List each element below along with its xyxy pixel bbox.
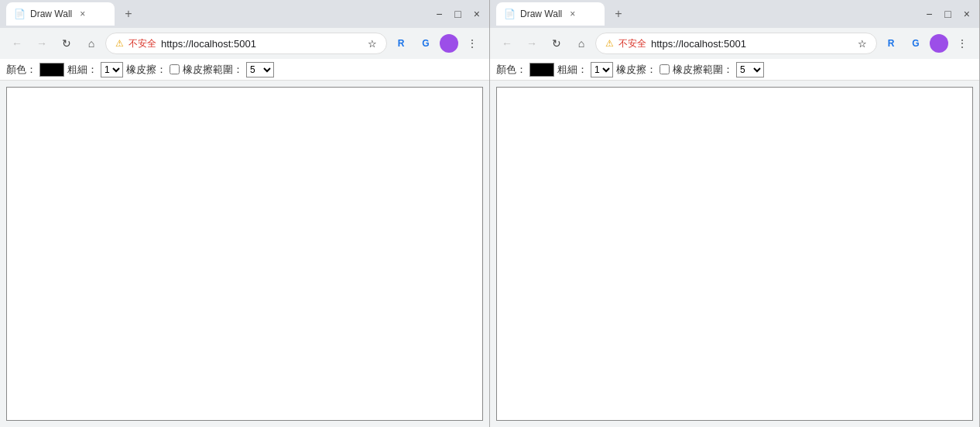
eraser-label-left: 橡皮擦：	[126, 63, 166, 77]
security-icon-left: ⚠	[115, 38, 124, 49]
address-bar-left: ← → ↻ ⌂ ⚠ 不安全 https://localhost:5001 ☆ R…	[0, 28, 489, 59]
eraser-checkbox-right[interactable]	[660, 64, 670, 74]
close-button-right[interactable]: ×	[964, 8, 970, 20]
home-button-right[interactable]: ⌂	[571, 33, 592, 54]
avatar-left[interactable]	[440, 34, 458, 53]
home-button-left[interactable]: ⌂	[81, 33, 102, 54]
thickness-label-right: 粗細：	[557, 63, 588, 77]
maximize-button-left[interactable]: □	[454, 8, 461, 20]
extension-g-right[interactable]: G	[905, 33, 927, 54]
eraser-range-select-right[interactable]: 5 10 15 20 25	[736, 62, 764, 77]
back-button-left[interactable]: ←	[6, 33, 28, 54]
tab-icon-left: 📄	[14, 9, 26, 19]
browser-window-right: 📄 Draw Wall × + − □ × ← → ↻ ⌂ ⚠ 不安全 http…	[490, 0, 980, 427]
eraser-label-right: 橡皮擦：	[616, 63, 656, 77]
close-button-left[interactable]: ×	[474, 8, 480, 20]
browser-window-left: 📄 Draw Wall × + − □ × ← → ↻ ⌂ ⚠ 不安全 http…	[0, 0, 490, 427]
window-controls-left: − □ ×	[436, 8, 483, 20]
forward-button-left[interactable]: →	[31, 33, 53, 54]
bookmark-icon-left[interactable]: ☆	[368, 38, 377, 50]
title-bar-right: 📄 Draw Wall × + − □ ×	[490, 0, 979, 28]
window-controls-right: − □ ×	[926, 8, 973, 20]
tab-title-left: Draw Wall	[30, 9, 72, 19]
canvas-area-left	[0, 81, 489, 427]
tab-right[interactable]: 📄 Draw Wall ×	[496, 2, 605, 26]
new-tab-button-left[interactable]: +	[118, 3, 139, 25]
menu-button-right[interactable]: ⋮	[951, 33, 973, 54]
extension-g-left[interactable]: G	[415, 33, 437, 54]
app-toolbar-right: 顏色： 粗細： 1 2 3 4 5 橡皮擦： 橡皮擦範圍： 5 10 15 20…	[490, 59, 979, 81]
extension-r-right[interactable]: R	[880, 33, 902, 54]
minimize-button-left[interactable]: −	[436, 8, 442, 20]
address-bar-right: ← → ↻ ⌂ ⚠ 不安全 https://localhost:5001 ☆ R…	[490, 28, 979, 59]
avatar-right[interactable]	[930, 34, 948, 53]
reload-button-right[interactable]: ↻	[546, 33, 567, 54]
url-text-right: https://localhost:5001	[651, 38, 746, 50]
security-text-right: 不安全	[618, 37, 646, 50]
minimize-button-right[interactable]: −	[926, 8, 932, 20]
eraser-range-label-left: 橡皮擦範圍：	[183, 63, 243, 77]
app-toolbar-left: 顏色： 粗細： 1 2 3 4 5 橡皮擦： 橡皮擦範圍： 5 10 15 20…	[0, 59, 489, 81]
thickness-select-left[interactable]: 1 2 3 4 5	[101, 62, 123, 77]
eraser-checkbox-left[interactable]	[170, 64, 180, 74]
eraser-range-select-left[interactable]: 5 10 15 20 25	[246, 62, 274, 77]
reload-button-left[interactable]: ↻	[56, 33, 77, 54]
maximize-button-right[interactable]: □	[944, 8, 951, 20]
menu-button-left[interactable]: ⋮	[461, 33, 483, 54]
color-picker-left[interactable]	[39, 63, 64, 77]
address-input-right[interactable]: ⚠ 不安全 https://localhost:5001 ☆	[595, 33, 877, 54]
tab-close-right[interactable]: ×	[570, 9, 575, 19]
address-input-left[interactable]: ⚠ 不安全 https://localhost:5001 ☆	[105, 33, 387, 54]
color-label-left: 顏色：	[6, 63, 36, 77]
security-icon-right: ⚠	[605, 38, 614, 49]
tab-icon-right: 📄	[504, 9, 516, 19]
security-text-left: 不安全	[128, 37, 156, 50]
tab-close-left[interactable]: ×	[80, 9, 85, 19]
bookmark-icon-right[interactable]: ☆	[858, 38, 867, 50]
color-picker-right[interactable]	[529, 63, 554, 77]
color-label-right: 顏色：	[496, 63, 526, 77]
tab-title-right: Draw Wall	[520, 9, 562, 19]
tab-left[interactable]: 📄 Draw Wall ×	[6, 2, 115, 26]
draw-canvas-left[interactable]	[6, 87, 483, 421]
extension-r-left[interactable]: R	[390, 33, 412, 54]
url-text-left: https://localhost:5001	[161, 38, 256, 50]
eraser-range-label-right: 橡皮擦範圍：	[673, 63, 733, 77]
back-button-right[interactable]: ←	[496, 33, 518, 54]
thickness-select-right[interactable]: 1 2 3 4 5	[591, 62, 613, 77]
draw-canvas-right[interactable]	[496, 87, 973, 421]
forward-button-right[interactable]: →	[521, 33, 543, 54]
canvas-area-right	[490, 81, 979, 427]
title-bar-left: 📄 Draw Wall × + − □ ×	[0, 0, 489, 28]
new-tab-button-right[interactable]: +	[608, 3, 629, 25]
thickness-label-left: 粗細：	[67, 63, 98, 77]
